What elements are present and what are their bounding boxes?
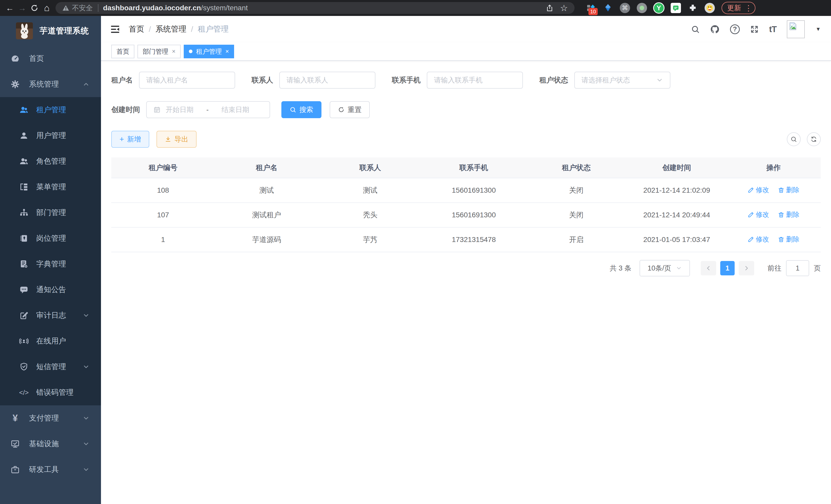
sidebar-item-post[interactable]: 岗位管理 (0, 226, 101, 251)
bookmark-star-icon[interactable]: ☆ (560, 3, 568, 13)
sidebar-label: 基础设施 (29, 439, 73, 449)
shield-check-icon (19, 362, 29, 372)
browser-update-button[interactable]: 更新 ⋮ (721, 2, 755, 14)
cell-contact: 芋艿 (318, 227, 422, 252)
col-tenant-id: 租户编号 (111, 157, 215, 178)
extension-recorder-icon[interactable] (636, 2, 648, 13)
sidebar-item-payment[interactable]: ¥ 支付管理 (0, 405, 101, 431)
breadcrumb: 首页 / 系统管理 / 租户管理 (129, 24, 229, 34)
sidebar-item-sms[interactable]: 短信管理 (0, 354, 101, 380)
sidebar-item-online-users[interactable]: 在线用户 (0, 328, 101, 354)
edit-label: 修改 (756, 185, 769, 195)
address-bar[interactable]: 不安全 dashboard.yudao.iocoder.cn/system/te… (56, 2, 575, 14)
add-button[interactable]: + 新增 (111, 131, 149, 148)
mobile-input[interactable] (434, 76, 516, 84)
avatar-caret-icon[interactable]: ▼ (815, 26, 821, 32)
browser-menu-icon[interactable]: ⋮ (745, 4, 752, 12)
sidebar-item-dev-tools[interactable]: 研发工具 (0, 457, 101, 482)
extension-command-icon[interactable]: ⌘ (619, 2, 631, 13)
delete-link[interactable]: 删除 (778, 235, 799, 244)
extension-tabs-icon[interactable]: 10 (585, 2, 597, 13)
sidebar-label: 在线用户 (36, 336, 90, 346)
close-icon[interactable]: × (172, 48, 175, 55)
goto-page-input[interactable] (786, 260, 809, 276)
browser-forward-button[interactable]: → (16, 2, 28, 14)
toggle-search-button[interactable] (787, 132, 801, 146)
date-range-picker[interactable]: 开始日期 - 结束日期 (146, 101, 270, 118)
page-url[interactable]: dashboard.yudao.iocoder.cn/system/tenant (103, 4, 248, 12)
sidebar-item-system[interactable]: 系统管理 (0, 71, 101, 97)
next-page-button[interactable] (739, 261, 754, 275)
prev-page-button[interactable] (701, 261, 716, 275)
user-icon (19, 131, 29, 140)
toolbox-icon (10, 465, 20, 474)
status-select[interactable]: 请选择租户状态 (574, 72, 670, 89)
page-number-1[interactable]: 1 (720, 261, 735, 275)
edit-link[interactable]: 修改 (747, 185, 769, 195)
cell-name: 测试租户 (215, 203, 318, 227)
page-unit-label: 页 (814, 264, 821, 273)
sidebar-item-home[interactable]: 首页 (0, 46, 101, 71)
breadcrumb-system[interactable]: 系统管理 (155, 24, 186, 34)
extension-kite-icon[interactable] (602, 2, 613, 13)
search-icon[interactable] (691, 25, 700, 34)
extension-y-icon[interactable]: Y (653, 2, 664, 13)
extension-chat-icon[interactable] (670, 2, 682, 13)
breadcrumb-home[interactable]: 首页 (129, 24, 144, 34)
font-size-icon[interactable]: tT (769, 24, 776, 34)
delete-link[interactable]: 删除 (778, 185, 799, 195)
tab-dept[interactable]: 部门管理 × (138, 45, 181, 58)
breadcrumb-separator: / (149, 25, 151, 34)
sidebar-item-user[interactable]: 用户管理 (0, 123, 101, 148)
trash-icon (778, 236, 784, 243)
extensions-row: 10 ⌘ Y (585, 2, 715, 13)
sidebar-item-infra[interactable]: 基础设施 (0, 431, 101, 457)
browser-back-button[interactable]: ← (4, 2, 16, 14)
sidebar-item-audit-log[interactable]: 审计日志 (0, 303, 101, 328)
start-date-placeholder[interactable]: 开始日期 (166, 105, 194, 114)
fullscreen-icon[interactable] (750, 25, 759, 34)
reset-label: 重置 (348, 105, 362, 114)
not-secure-label[interactable]: 不安全 (72, 3, 93, 12)
sidebar-item-notice[interactable]: 通知公告 (0, 277, 101, 303)
sidebar-item-role[interactable]: 角色管理 (0, 148, 101, 174)
sidebar-item-dept[interactable]: 部门管理 (0, 200, 101, 226)
avatar[interactable] (787, 20, 805, 38)
extension-emoji-icon[interactable] (704, 2, 715, 13)
reset-button[interactable]: 重置 (330, 101, 370, 118)
sidebar-label: 支付管理 (29, 413, 73, 423)
browser-reload-button[interactable] (28, 2, 40, 14)
kite-icon (603, 3, 612, 12)
edit-link[interactable]: 修改 (747, 210, 769, 219)
delete-link[interactable]: 删除 (778, 210, 799, 219)
browser-home-button[interactable]: ⌂ (40, 2, 53, 14)
delete-label: 删除 (786, 235, 799, 244)
sidebar-collapse-button[interactable] (109, 23, 121, 35)
help-icon[interactable]: ? (730, 24, 740, 34)
tab-tenant[interactable]: 租户管理 × (184, 45, 234, 58)
edit-link[interactable]: 修改 (747, 235, 769, 244)
extension-badge: 10 (589, 8, 598, 15)
sidebar-item-menu[interactable]: 菜单管理 (0, 174, 101, 200)
goto-label: 前往 (768, 264, 781, 273)
end-date-placeholder[interactable]: 结束日期 (222, 105, 249, 114)
tenant-name-input[interactable] (146, 76, 228, 84)
close-icon[interactable]: × (225, 48, 229, 55)
contact-input-wrap (279, 72, 375, 89)
page-size-select[interactable]: 10条/页 (639, 260, 690, 276)
sidebar-item-tenant[interactable]: 租户管理 (0, 97, 101, 123)
github-icon[interactable] (710, 24, 720, 34)
sidebar-item-dict[interactable]: 字典管理 (0, 251, 101, 277)
share-icon[interactable] (546, 4, 553, 12)
extensions-puzzle-icon[interactable] (687, 2, 698, 13)
tab-home[interactable]: 首页 (111, 45, 134, 58)
export-button[interactable]: 导出 (156, 131, 197, 148)
search-button[interactable]: 搜索 (281, 101, 321, 118)
sidebar-item-error-code[interactable]: </> 错误码管理 (0, 380, 101, 405)
contact-input[interactable] (287, 76, 368, 84)
sidebar-label: 审计日志 (36, 310, 73, 321)
refresh-table-button[interactable] (807, 132, 821, 146)
back-icon: ← (6, 3, 14, 13)
col-actions: 操作 (726, 157, 821, 178)
sidebar-logo-row[interactable]: 芋道管理系统 (0, 16, 101, 46)
